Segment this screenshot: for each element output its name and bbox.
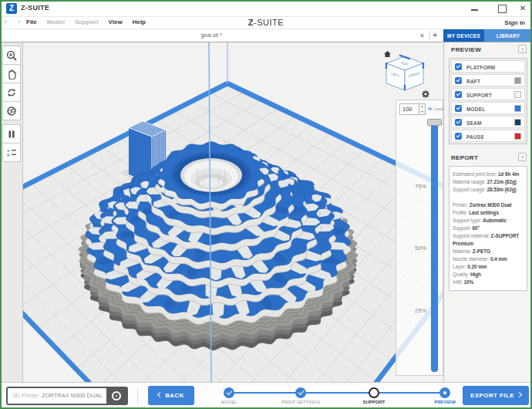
checkbox-checked-icon[interactable] <box>455 119 462 126</box>
scale-input[interactable]: 100 <box>399 103 419 115</box>
report-line: Support: 60° <box>453 225 524 232</box>
preview-item-label: RAFT <box>466 79 480 84</box>
report-section-header: REPORT ? <box>444 150 532 164</box>
report-line: Nozzle diameter: 0.4 mm <box>453 255 524 263</box>
rotate-icon <box>6 87 17 98</box>
step-node-model[interactable] <box>224 387 234 398</box>
preview-item-label: MODEL <box>466 106 485 112</box>
printer-selector[interactable]: 3D Printer: ZORTRAX M300 DUAL <box>6 387 128 405</box>
preview-title: PREVIEW <box>451 46 481 53</box>
step-label: PRINT SETTINGS <box>281 400 320 404</box>
report-line: Printer: Zortrax M300 Dual <box>453 201 524 209</box>
color-chip[interactable] <box>514 133 521 140</box>
step-label: SUPPORT <box>362 400 385 404</box>
back-button[interactable]: BACK <box>148 386 194 405</box>
preview-help-button[interactable]: ? <box>518 45 527 53</box>
report-line: Material usage: 27.21m (82g) <box>453 178 524 186</box>
bottom-divider <box>137 388 138 404</box>
rotate-tool-button[interactable] <box>2 83 21 102</box>
step-node-support[interactable] <box>369 387 379 398</box>
camera-icon <box>112 391 121 401</box>
step-label: PREVIEW <box>434 400 456 404</box>
scale-stepper[interactable]: ▲▼ <box>419 103 426 115</box>
preview-row-pause: PAUSE <box>451 130 525 142</box>
scale-panel: 100 ▲▼ % / pcs 75%50%25% <box>396 100 443 376</box>
slider-label-75: 75% <box>415 183 426 190</box>
color-chip[interactable] <box>514 119 521 126</box>
svg-text:×: × <box>7 153 10 157</box>
workflow-stepper: MODELPRINT SETTINGSSUPPORTPREVIEW <box>224 383 452 409</box>
report-line: Quality: High <box>453 271 524 279</box>
preview-row-support: SUPPORT <box>451 88 525 100</box>
step-node-print-settings[interactable] <box>295 387 306 398</box>
tab-strip: gear.stl * ✕ + MY DEVICES LIBRARY <box>0 29 532 42</box>
orbit-icon <box>6 106 17 117</box>
color-chip[interactable] <box>514 77 521 84</box>
preview-section-header: PREVIEW ? <box>444 42 532 56</box>
color-chip[interactable] <box>514 91 521 98</box>
tab-library[interactable]: LIBRARY <box>484 29 532 42</box>
printer-input[interactable]: 3D Printer: ZORTRAX M300 DUAL <box>8 388 106 404</box>
scale-unit-label: % / pcs <box>428 106 443 111</box>
menu-bar: ‹ › FileModelSupportViewHelp Z-SUITE Sig… <box>0 17 532 29</box>
step-node-preview[interactable] <box>439 387 450 398</box>
report-title: REPORT <box>451 154 478 161</box>
3d-viewport[interactable]: TOPLEFTFRONT 100 ▲▼ % / pcs 75%50%25% <box>23 42 443 382</box>
preview-item-label: SEAM <box>466 120 482 126</box>
pause-tool-button[interactable] <box>2 124 21 144</box>
window-title: Z-SUITE <box>21 4 49 12</box>
report-line: Support material: Z-SUPPORT Premium <box>453 232 524 248</box>
pan-tool-button[interactable] <box>2 64 21 83</box>
pan-icon <box>6 69 17 79</box>
close-button[interactable] <box>518 4 527 13</box>
report-line: Material: Z-PETG <box>453 248 524 255</box>
preview-item-label: PAUSE <box>466 134 484 140</box>
tab-my-devices[interactable]: MY DEVICES <box>443 29 484 42</box>
title-bar: Z Z-SUITE <box>0 0 532 17</box>
slider-label-25: 25% <box>415 307 426 314</box>
preview-list: PLATFORMRAFTSUPPORTMODELSEAMPAUSE <box>449 58 527 144</box>
checkbox-checked-icon[interactable] <box>455 77 462 84</box>
chevron-right-icon <box>517 392 522 397</box>
new-tab-button[interactable]: + <box>433 30 437 39</box>
checkbox-checked-icon[interactable] <box>455 91 462 98</box>
spin-down-icon: ▼ <box>419 110 425 115</box>
center-app-title: Z-SUITE <box>0 18 532 27</box>
maximize-button[interactable] <box>497 4 507 13</box>
report-line: Profile: Last settings <box>453 209 524 217</box>
zsuite-window: Z Z-SUITE ‹ › FileModelSupportViewHelp Z… <box>0 0 532 409</box>
layer-slider-track[interactable] <box>431 123 438 372</box>
chevron-left-icon <box>157 392 163 397</box>
camera-button[interactable] <box>106 388 126 404</box>
pause-icon <box>6 129 17 140</box>
report-box: Estimated print time: 1d 6h 4mMaterial u… <box>449 166 527 291</box>
tab-divider <box>429 31 430 40</box>
view-cube[interactable]: TOPLEFTFRONT <box>383 49 431 100</box>
minimize-button[interactable] <box>470 4 480 13</box>
layer-slider-handle[interactable] <box>427 119 442 126</box>
preview-item-label: SUPPORT <box>466 93 492 98</box>
zoom-tool-button[interactable] <box>2 46 21 65</box>
report-line: Support usage: 28.53m (62g) <box>453 186 524 194</box>
orbit-tool-button[interactable] <box>2 101 21 120</box>
checkbox-checked-icon[interactable] <box>455 63 462 70</box>
sign-in-link[interactable]: Sign in <box>504 19 525 26</box>
tab-close-icon[interactable]: ✕ <box>419 32 425 39</box>
checkbox-checked-icon[interactable] <box>455 133 462 140</box>
file-tab[interactable]: gear.stl * <box>0 29 423 42</box>
report-help-button[interactable]: ? <box>518 153 527 161</box>
spin-up-icon: ▲ <box>419 104 425 110</box>
export-file-button[interactable]: EXPORT FILE <box>463 386 529 405</box>
checkbox-checked-icon[interactable] <box>455 105 462 112</box>
list-tool-button[interactable]: +× <box>2 143 21 162</box>
color-chip[interactable] <box>514 105 521 112</box>
stepper-line <box>229 392 445 394</box>
view-toolbar: +× <box>0 42 23 382</box>
preview-item-label: PLATFORM <box>466 65 495 70</box>
slider-label-50: 50% <box>415 245 426 252</box>
report-line: Estimated print time: 1d 6h 4m <box>453 171 524 178</box>
app-logo-icon: Z <box>6 3 17 14</box>
preview-row-raft: RAFT <box>451 74 525 86</box>
bottom-bar: 3D Printer: ZORTRAX M300 DUAL BACK MODEL… <box>0 382 532 409</box>
report-line: Support type: Automatic <box>453 217 524 225</box>
